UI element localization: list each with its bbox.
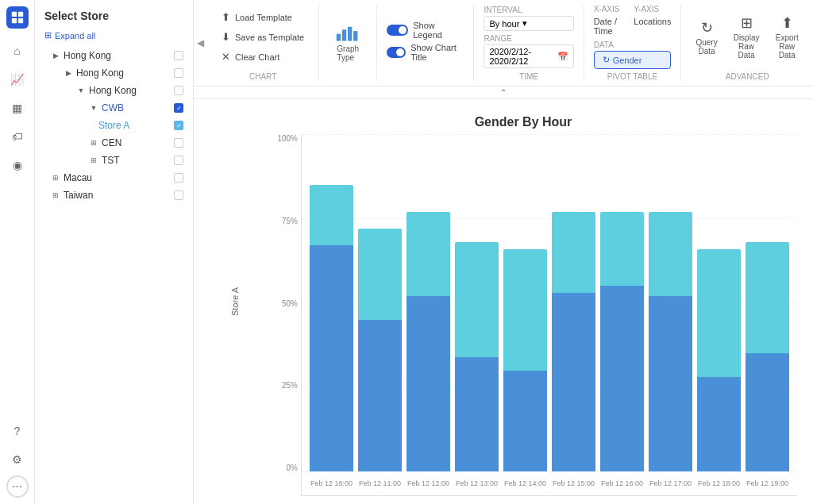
show-legend-toggle[interactable] bbox=[387, 25, 408, 36]
toggle-hk0[interactable]: ▶ bbox=[51, 51, 60, 60]
add-icon[interactable]: ··· bbox=[6, 475, 29, 498]
graph-type-label: GraphType bbox=[337, 44, 359, 62]
toggle-hk1[interactable]: ▶ bbox=[64, 68, 73, 78]
bar-stack[interactable] bbox=[697, 249, 741, 472]
tree-item-cen[interactable]: ⊞ CEN bbox=[35, 134, 193, 152]
x-label: Feb 12 16:00 bbox=[600, 471, 644, 495]
show-chart-title-toggle[interactable] bbox=[387, 47, 406, 58]
show-chart-title-toggle-row: Show Chart Title bbox=[387, 43, 464, 62]
bar-chart-icon[interactable]: ▦ bbox=[5, 95, 30, 121]
time-controls: INTERVAL By hour ▾ RANGE 2020/2/12-2020/… bbox=[484, 5, 573, 69]
bar-stack[interactable] bbox=[358, 229, 402, 471]
tree-item-hk2[interactable]: ▼ Hong Kong bbox=[35, 82, 193, 99]
bar-stack[interactable] bbox=[746, 242, 789, 471]
bar-stack[interactable] bbox=[552, 212, 595, 471]
bar-group bbox=[310, 134, 353, 471]
checkbox-taiwan[interactable] bbox=[174, 190, 183, 200]
home-icon[interactable]: ⌂ bbox=[5, 38, 30, 63]
tree-item-taiwan[interactable]: ⊞ Taiwan bbox=[35, 187, 193, 204]
advanced-buttons: ↻ QueryData ⊞ DisplayRaw Data ⬆ ExportRa… bbox=[691, 5, 803, 69]
checkbox-hk0[interactable] bbox=[174, 51, 183, 60]
collapse-button[interactable]: ⌃ bbox=[500, 88, 507, 97]
x-label: Feb 12 19:00 bbox=[746, 471, 789, 495]
bar-segment-male bbox=[455, 357, 499, 472]
bar-segment-female bbox=[746, 242, 789, 353]
help-icon[interactable]: ? bbox=[5, 418, 30, 444]
sidebar: Select Store ⊞ Expand all ▶ Hong Kong ▶ … bbox=[35, 0, 194, 504]
chart-icon[interactable]: 📈 bbox=[5, 67, 30, 92]
tree-item-store-a[interactable]: Store A ✓ bbox=[35, 117, 193, 134]
bar-segment-female bbox=[503, 249, 547, 371]
tree-item-macau[interactable]: ⊞ Macau bbox=[35, 169, 193, 187]
y-axis: 100% 75% 50% 25% 0% bbox=[273, 134, 301, 496]
bar-group bbox=[649, 134, 692, 471]
save-template-icon: ⬇ bbox=[222, 31, 230, 43]
toolbar-display-section: Show Legend Show Chart Title bbox=[377, 5, 474, 81]
toolbar-time-section: INTERVAL By hour ▾ RANGE 2020/2/12-2020/… bbox=[474, 5, 584, 81]
sidebar-title: Select Store bbox=[35, 10, 193, 30]
toggle-tst[interactable]: ⊞ bbox=[89, 156, 98, 165]
data-gender-button[interactable]: ↻ Gender bbox=[594, 51, 672, 69]
svg-rect-5 bbox=[342, 29, 346, 40]
bar-stack[interactable] bbox=[649, 212, 692, 471]
toggle-knob2 bbox=[396, 48, 404, 56]
bar-segment-male bbox=[746, 353, 789, 471]
bar-group bbox=[406, 134, 450, 471]
checkbox-tst[interactable] bbox=[174, 156, 183, 165]
bar-group bbox=[503, 134, 547, 471]
tree-item-hk0[interactable]: ▶ Hong Kong bbox=[35, 47, 193, 64]
tag-icon[interactable]: 🏷 bbox=[5, 124, 30, 149]
bar-segment-female bbox=[649, 212, 692, 296]
bar-segment-female bbox=[552, 212, 595, 293]
bar-stack[interactable] bbox=[406, 212, 450, 471]
display-raw-button[interactable]: ⊞ DisplayRaw Data bbox=[729, 11, 765, 63]
query-data-button[interactable]: ↻ QueryData bbox=[691, 16, 722, 59]
app-logo[interactable] bbox=[6, 6, 29, 29]
toggle-cwb[interactable]: ▼ bbox=[89, 103, 98, 113]
toggle-knob bbox=[399, 26, 406, 34]
range-input[interactable]: 2020/2/12-2020/2/12 📅 bbox=[484, 44, 573, 68]
bar-stack[interactable] bbox=[310, 185, 353, 471]
graph-type-button[interactable]: GraphType bbox=[329, 17, 367, 65]
save-template-button[interactable]: ⬇ Save as Template bbox=[217, 29, 309, 45]
refresh-icon: ↻ bbox=[603, 55, 610, 65]
x-label: Feb 12 18:00 bbox=[697, 471, 741, 495]
show-legend-toggle-row: Show Legend bbox=[387, 21, 464, 40]
toggle-hk2[interactable]: ▼ bbox=[76, 86, 86, 95]
svg-rect-4 bbox=[337, 34, 341, 41]
toggle-cen[interactable]: ⊞ bbox=[89, 138, 98, 148]
chart-controls: ⬆ Load Template ⬇ Save as Template ✕ Cle… bbox=[217, 5, 309, 69]
location-icon[interactable]: ◉ bbox=[5, 152, 30, 178]
bar-group bbox=[600, 134, 644, 471]
sidebar-collapse-btn[interactable]: ◀ bbox=[194, 5, 207, 81]
interval-dropdown[interactable]: By hour ▾ bbox=[484, 16, 573, 31]
bar-segment-male bbox=[649, 296, 692, 471]
tree-item-tst[interactable]: ⊞ TST bbox=[35, 152, 193, 169]
x-labels: Feb 12 10:00Feb 12 11:00Feb 12 12:00Feb … bbox=[302, 471, 797, 495]
checkbox-cwb[interactable]: ✓ bbox=[174, 103, 183, 113]
bar-stack[interactable] bbox=[503, 249, 547, 472]
checkbox-macau[interactable] bbox=[174, 173, 183, 183]
load-template-icon: ⬆ bbox=[222, 11, 230, 23]
clear-chart-button[interactable]: ✕ Clear Chart bbox=[217, 48, 309, 65]
load-template-button[interactable]: ⬆ Load Template bbox=[217, 9, 309, 25]
settings-icon[interactable]: ⚙ bbox=[5, 447, 30, 472]
export-raw-button[interactable]: ⬆ ExportRaw Data bbox=[770, 11, 803, 63]
checkbox-hk1[interactable] bbox=[174, 68, 183, 78]
tree-item-cwb[interactable]: ▼ CWB ✓ bbox=[35, 99, 193, 117]
bar-group bbox=[697, 134, 741, 471]
x-label: Feb 12 14:00 bbox=[503, 471, 547, 495]
bar-stack[interactable] bbox=[600, 212, 644, 471]
bar-segment-female bbox=[697, 249, 741, 378]
toggle-macau[interactable]: ⊞ bbox=[51, 173, 60, 183]
bar-stack[interactable] bbox=[455, 242, 499, 471]
x-label: Feb 12 10:00 bbox=[310, 471, 353, 495]
toggle-taiwan[interactable]: ⊞ bbox=[51, 190, 60, 200]
expand-all-button[interactable]: ⊞ Expand all bbox=[35, 30, 193, 47]
bar-segment-male bbox=[310, 245, 353, 471]
pivot-controls: X-AXIS Date / Time Y-AXIS Locations DATA… bbox=[594, 5, 672, 69]
tree-item-hk1[interactable]: ▶ Hong Kong bbox=[35, 64, 193, 82]
checkbox-cen[interactable] bbox=[174, 138, 183, 148]
checkbox-store-a[interactable]: ✓ bbox=[174, 121, 183, 130]
checkbox-hk2[interactable] bbox=[174, 86, 183, 95]
